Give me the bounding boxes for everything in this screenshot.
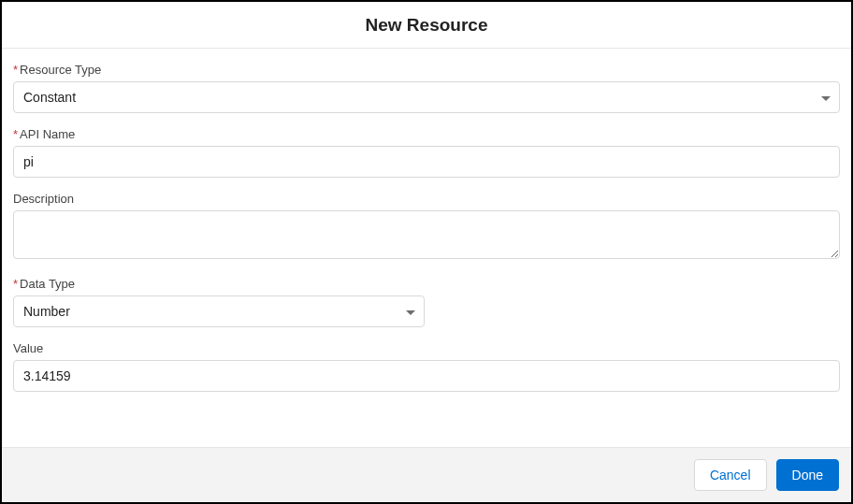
resource-type-label: Resource Type [20, 63, 101, 77]
value-label: Value [13, 341, 43, 355]
dialog-content: *Resource Type Constant *API Name Descri… [2, 49, 851, 447]
api-name-input[interactable] [13, 146, 840, 178]
data-type-label: Data Type [20, 277, 75, 291]
resource-type-select[interactable]: Constant [13, 81, 840, 113]
resource-type-select-wrap: Constant [13, 81, 840, 113]
required-marker: * [13, 277, 18, 291]
api-name-label-row: *API Name [13, 127, 840, 141]
description-textarea[interactable] [13, 210, 840, 259]
cancel-button[interactable]: Cancel [694, 459, 767, 491]
description-label-row: Description [13, 192, 840, 206]
value-label-row: Value [13, 341, 840, 355]
value-input[interactable] [13, 360, 840, 392]
data-type-group: *Data Type Number [13, 277, 840, 327]
api-name-label: API Name [20, 127, 75, 141]
description-group: Description [13, 192, 840, 263]
description-label: Description [13, 192, 74, 206]
dialog-title: New Resource [2, 15, 851, 36]
resource-type-label-row: *Resource Type [13, 63, 840, 77]
done-button[interactable]: Done [776, 459, 839, 491]
required-marker: * [13, 127, 18, 141]
required-marker: * [13, 63, 18, 77]
dialog-header: New Resource [2, 2, 851, 49]
resource-type-group: *Resource Type Constant [13, 63, 840, 113]
dialog-footer: Cancel Done [2, 447, 851, 502]
data-type-select-wrap: Number [13, 295, 425, 327]
data-type-select[interactable]: Number [13, 295, 425, 327]
value-group: Value [13, 341, 840, 392]
api-name-group: *API Name [13, 127, 840, 178]
data-type-label-row: *Data Type [13, 277, 840, 291]
